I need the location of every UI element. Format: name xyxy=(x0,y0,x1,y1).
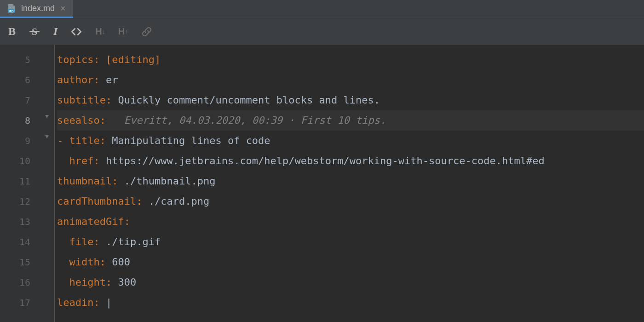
fold-marker-icon[interactable] xyxy=(43,113,51,121)
code-line[interactable]: file: ./tip.gif xyxy=(57,232,644,252)
bold-button[interactable]: B xyxy=(8,25,16,38)
header-decrease-button[interactable]: H↓ xyxy=(95,26,105,37)
editor-area[interactable]: 5 6 7 8 9 10 11 12 13 14 15 16 17 topics… xyxy=(0,45,644,322)
code-line[interactable]: animatedGif: xyxy=(57,212,644,232)
svg-text:MD: MD xyxy=(9,10,14,13)
tab-filename: index.md xyxy=(21,4,55,13)
italic-button[interactable]: I xyxy=(53,25,58,38)
line-number: 10 xyxy=(0,151,46,171)
close-icon[interactable]: × xyxy=(59,3,67,14)
line-number: 8 xyxy=(0,110,46,131)
line-number: 7 xyxy=(0,90,46,110)
markdown-toolbar: B S I H↓ H↑ xyxy=(0,18,644,45)
code-line[interactable]: topics: [editing] xyxy=(57,50,644,70)
line-number: 12 xyxy=(0,191,46,212)
code-line[interactable]: href: https://www.jetbrains.com/help/web… xyxy=(57,151,644,171)
code-line[interactable]: cardThumbnail: ./card.png xyxy=(57,191,644,212)
code-line[interactable]: author: er xyxy=(57,70,644,90)
line-number-gutter: 5 6 7 8 9 10 11 12 13 14 15 16 17 xyxy=(0,45,46,322)
line-number: 6 xyxy=(0,70,46,90)
code-line[interactable]: thumbnail: ./thumbnail.png xyxy=(57,171,644,191)
code-line[interactable]: subtitle: Quickly comment/uncomment bloc… xyxy=(57,90,644,110)
code-content[interactable]: topics: [editing] author: er subtitle: Q… xyxy=(55,45,644,322)
code-line[interactable]: height: 300 xyxy=(57,272,644,293)
fold-gutter xyxy=(46,45,55,322)
code-line[interactable]: width: 600 xyxy=(57,252,644,272)
link-button[interactable] xyxy=(141,26,153,38)
markdown-file-icon: MD xyxy=(6,3,17,13)
code-button[interactable] xyxy=(70,26,82,38)
strikethrough-button[interactable]: S xyxy=(29,26,40,38)
line-number: 9 xyxy=(0,131,46,151)
line-number: 17 xyxy=(0,293,46,313)
line-number: 16 xyxy=(0,272,46,293)
line-number: 5 xyxy=(0,50,46,70)
editor-tab[interactable]: MD index.md × xyxy=(0,0,73,18)
line-number: 13 xyxy=(0,212,46,232)
code-line[interactable]: seealso: Everitt, 04.03.2020, 00:39 · Fi… xyxy=(57,110,644,131)
header-increase-button[interactable]: H↑ xyxy=(118,26,128,37)
line-number: 14 xyxy=(0,232,46,252)
fold-marker-icon[interactable] xyxy=(43,133,51,141)
line-number: 15 xyxy=(0,252,46,272)
code-line[interactable]: - title: Manipulating lines of code xyxy=(57,131,644,151)
line-number: 11 xyxy=(0,171,46,191)
code-line[interactable]: leadin: | xyxy=(57,293,644,313)
tab-bar: MD index.md × xyxy=(0,0,644,18)
